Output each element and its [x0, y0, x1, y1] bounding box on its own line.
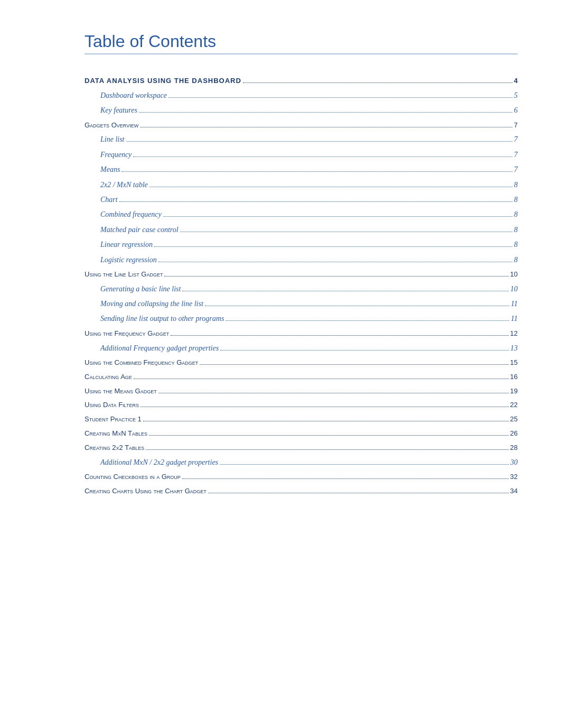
toc-entry: DATA ANALYSIS USING THE DASHBOARD4 [85, 76, 518, 87]
toc-entry: Creating Charts Using the Chart Gadget34 [85, 486, 518, 497]
toc-entry: Creating MxN Tables26 [85, 428, 518, 439]
toc-entry-page: 7 [514, 149, 518, 161]
toc-entry-label: Student Practice 1 [85, 414, 142, 425]
toc-entry: Means7 [85, 164, 518, 176]
toc-entry-page: 8 [514, 194, 518, 206]
toc-entry: Line list7 [85, 134, 518, 145]
toc-entry: Creating 2x2 Tables28 [85, 443, 518, 454]
toc-entry-dots [169, 97, 512, 98]
toc-entry-dots [243, 82, 512, 83]
toc-entry: Key features6 [85, 105, 518, 116]
page-title: Table of Contents [85, 32, 519, 51]
toc-entry-page: 13 [510, 343, 518, 354]
toc-entry-page: 32 [510, 472, 518, 483]
toc-entry-label: Logistic regression [100, 254, 157, 266]
toc-entry-page: 10 [510, 283, 518, 295]
toc-entry: Linear regression8 [85, 239, 518, 251]
toc-entry-page: 10 [510, 269, 518, 280]
toc-entry-dots [163, 216, 512, 217]
toc-entry: Using Data Filters22 [85, 400, 518, 411]
toc-entry-label: Creating 2x2 Tables [85, 443, 144, 454]
title-underline [85, 53, 518, 54]
toc-entry-dots [220, 464, 509, 465]
toc-entry: Matched pair case control8 [85, 224, 518, 236]
toc-entry-page: 8 [514, 254, 518, 266]
toc-entry: Dashboard workspace5 [85, 90, 518, 102]
toc-entry: Using the Line List Gadget10 [85, 269, 518, 280]
toc-entry: 2x2 / MxN table8 [85, 179, 518, 191]
toc-entry: Sending line list output to other progra… [85, 313, 518, 325]
toc-entry: Moving and collapsing the line list11 [85, 298, 518, 310]
toc-entry-dots [158, 262, 512, 262]
toc-entry-dots [133, 156, 512, 157]
toc-entry-dots [171, 335, 508, 336]
toc-entry-page: 25 [510, 414, 518, 425]
toc-entry-page: 22 [510, 400, 518, 411]
toc-entry-label: Creating Charts Using the Chart Gadget [85, 486, 207, 497]
toc-entry-dots [158, 393, 509, 393]
toc-container: DATA ANALYSIS USING THE DASHBOARD4Dashbo… [85, 76, 518, 497]
toc-entry-dots [226, 320, 509, 321]
toc-entry-dots [164, 276, 508, 277]
toc-entry-dots [182, 478, 509, 479]
toc-entry-dots [200, 364, 508, 365]
toc-entry-label: Additional MxN / 2x2 gadget properties [100, 457, 218, 468]
toc-entry-page: 8 [514, 224, 518, 236]
toc-entry-label: Additional Frequency gadget properties [100, 343, 219, 354]
toc-entry: Additional MxN / 2x2 gadget properties30 [85, 457, 518, 468]
toc-entry-page: 19 [510, 386, 518, 397]
toc-entry-dots [143, 421, 509, 421]
toc-entry-dots [141, 407, 509, 407]
toc-entry-label: Linear regression [100, 239, 153, 251]
toc-entry: Gadgets Overview7 [85, 120, 518, 131]
toc-entry-dots [121, 171, 512, 172]
toc-entry: Calculating Age16 [85, 372, 518, 383]
toc-entry-page: 30 [510, 457, 518, 468]
toc-entry-dots [119, 201, 512, 202]
toc-entry-label: 2x2 / MxN table [100, 179, 148, 191]
toc-entry: Using the Frequency Gadget12 [85, 328, 518, 339]
toc-entry-label: Matched pair case control [100, 224, 179, 236]
toc-entry-label: Using Data Filters [85, 400, 139, 411]
toc-entry-page: 8 [514, 239, 518, 251]
toc-entry-dots [220, 350, 509, 351]
page-header: Table of Contents [85, 32, 519, 54]
toc-entry-dots [180, 232, 512, 232]
toc-entry-page: 6 [514, 105, 518, 116]
toc-entry-label: Frequency [100, 149, 132, 161]
toc-entry-label: Using the Frequency Gadget [85, 328, 169, 339]
toc-entry-dots [140, 127, 512, 127]
toc-entry-label: Generating a basic line list [100, 283, 181, 295]
toc-entry: Counting Checkboxes in a Group32 [85, 472, 518, 483]
toc-entry-page: 34 [510, 486, 518, 497]
toc-entry-page: 7 [514, 120, 518, 131]
toc-entry-page: 11 [511, 298, 518, 310]
toc-entry-dots [205, 306, 509, 306]
toc-entry: Combined frequency8 [85, 209, 518, 220]
toc-entry-dots [154, 246, 512, 247]
toc-entry: Using the Means Gadget19 [85, 386, 518, 397]
toc-entry: Generating a basic line list10 [85, 283, 518, 295]
toc-entry-page: 16 [510, 372, 518, 383]
toc-entry-page: 7 [514, 134, 518, 145]
toc-entry-dots [139, 112, 512, 113]
toc-entry: Chart8 [85, 194, 518, 206]
toc-entry-page: 12 [510, 328, 518, 339]
toc-entry-dots [149, 187, 512, 187]
toc-entry-label: Line list [100, 134, 125, 145]
toc-entry-label: Using the Combined Frequency Gadget [85, 357, 198, 368]
toc-entry: Student Practice 125 [85, 414, 518, 425]
toc-entry: Using the Combined Frequency Gadget15 [85, 357, 518, 368]
toc-entry-page: 4 [514, 76, 518, 87]
toc-entry-label: DATA ANALYSIS USING THE DASHBOARD [85, 76, 241, 87]
toc-entry-label: Key features [100, 105, 137, 116]
toc-entry-label: Using the Means Gadget [85, 386, 157, 397]
toc-entry-dots [208, 493, 509, 493]
toc-entry-label: Creating MxN Tables [85, 428, 147, 439]
toc-entry-dots [146, 449, 508, 450]
toc-entry-label: Counting Checkboxes in a Group [85, 472, 181, 483]
toc-entry: Frequency7 [85, 149, 518, 161]
toc-entry-dots [182, 291, 509, 291]
toc-entry-label: Sending line list output to other progra… [100, 313, 224, 325]
toc-entry-page: 28 [510, 443, 518, 454]
